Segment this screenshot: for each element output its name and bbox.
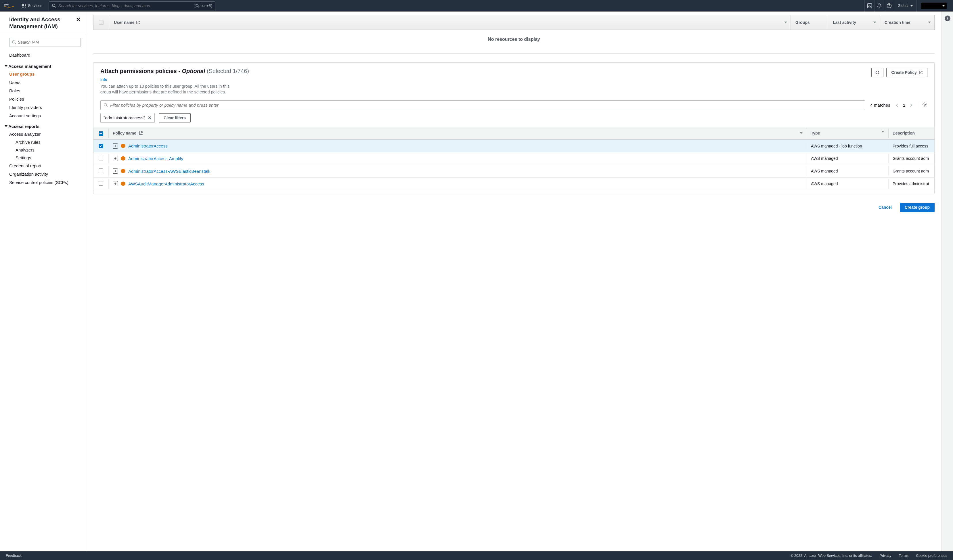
nav-account-settings[interactable]: Account settings (0, 112, 86, 120)
button-label: Create group (905, 205, 930, 209)
users-empty-state: No resources to display (93, 30, 934, 54)
policy-name-link[interactable]: AdministratorAccess-Amplify (128, 156, 183, 161)
nav-identity-providers[interactable]: Identity providers (0, 103, 86, 112)
next-page-button[interactable] (910, 103, 913, 107)
nav-credential-report[interactable]: Credential report (0, 161, 86, 170)
sort-icon (784, 22, 787, 23)
nav-section-access-management[interactable]: Access management (0, 60, 86, 70)
section-title: Attach permissions policies - Optional (… (100, 68, 249, 74)
policy-icon (121, 144, 126, 148)
nav-analyzer-settings[interactable]: Settings (0, 154, 86, 161)
col-label: Type (811, 131, 820, 135)
policy-name-link[interactable]: AWSAuditManagerAdministratorAccess (128, 181, 204, 186)
policy-row-checkbox[interactable] (93, 166, 109, 177)
chevron-down-icon (5, 65, 8, 67)
account-menu[interactable] (916, 0, 949, 11)
global-search[interactable]: [Option+S] (49, 2, 216, 10)
policy-row: +AWSAuditManagerAdministratorAccessAWS m… (93, 178, 934, 190)
privacy-link[interactable]: Privacy (880, 554, 891, 558)
sidebar-search-box[interactable] (9, 38, 81, 47)
terms-link[interactable]: Terms (899, 554, 909, 558)
cookie-preferences-link[interactable]: Cookie preferences (916, 554, 947, 558)
aws-logo[interactable]: aws (4, 3, 14, 9)
select-all-policies[interactable] (93, 127, 109, 139)
external-link-icon (136, 21, 140, 24)
account-name-redacted (921, 3, 947, 9)
nav-dashboard[interactable]: Dashboard (0, 50, 86, 60)
services-menu-button[interactable]: Services (19, 2, 45, 9)
grid-icon (22, 4, 26, 8)
button-label: Clear filters (164, 116, 186, 120)
nav-roles[interactable]: Roles (0, 87, 86, 95)
nav-organization-activity[interactable]: Organization activity (0, 170, 86, 178)
selected-count: (Selected 1/746) (207, 68, 249, 74)
policy-row: +AdministratorAccess-AmplifyAWS managedG… (93, 152, 934, 165)
cancel-button[interactable]: Cancel (874, 203, 896, 212)
policy-type-cell: AWS managed (807, 153, 888, 164)
policy-table: Policy name Type Description +Administra… (93, 127, 934, 190)
search-icon (52, 3, 56, 8)
policy-name-link[interactable]: AdministratorAccess (128, 143, 168, 148)
feedback-link[interactable]: Feedback (6, 554, 22, 558)
footer: Feedback © 2022, Amazon Web Services, In… (0, 551, 953, 560)
policy-name-cell: +AdministratorAccess-Amplify (109, 153, 807, 164)
cloudshell-button[interactable] (865, 0, 874, 11)
checkbox-indeterminate (99, 131, 103, 136)
nav-scps[interactable]: Service control policies (SCPs) (0, 178, 86, 186)
expand-button[interactable]: + (113, 143, 118, 149)
sidebar: Identity and Access Management (IAM) ✕ D… (0, 11, 86, 551)
col-groups[interactable]: Groups (790, 15, 828, 29)
policy-type-cell: AWS managed (807, 178, 888, 189)
expand-button[interactable]: + (113, 156, 118, 161)
policy-type-cell: AWS managed (807, 166, 888, 176)
chip-remove-button[interactable]: ✕ (148, 115, 152, 121)
checkbox (99, 156, 103, 160)
prev-page-button[interactable] (896, 103, 899, 107)
col-user-name[interactable]: User name (109, 15, 790, 29)
create-policy-button[interactable]: Create Policy (886, 68, 927, 77)
refresh-button[interactable] (871, 68, 883, 77)
nav-user-groups[interactable]: User groups (0, 70, 86, 78)
info-link[interactable]: Info (100, 78, 249, 82)
policy-name-link[interactable]: AdministratorAccess-AWSElasticBeanstalk (128, 169, 210, 174)
col-policy-type[interactable]: Type (807, 128, 888, 138)
col-label: Policy name (113, 131, 136, 135)
expand-button[interactable]: + (113, 181, 118, 186)
help-panel-toggle[interactable]: i (945, 16, 950, 21)
services-label: Services (28, 3, 42, 8)
col-last-activity[interactable]: Last activity (828, 15, 880, 29)
clear-filters-button[interactable]: Clear filters (159, 113, 191, 123)
attach-policies-header: Attach permissions policies - Optional (… (93, 63, 934, 95)
nav-access-analyzer[interactable]: Access analyzer (0, 130, 86, 138)
nav-analyzers[interactable]: Analyzers (0, 146, 86, 154)
nav-section-access-reports[interactable]: Access reports (0, 120, 86, 130)
policy-row-checkbox[interactable] (93, 178, 109, 189)
top-navigation: aws Services [Option+S] Global (0, 0, 953, 11)
policy-name-cell: +AWSAuditManagerAdministratorAccess (109, 178, 807, 189)
policy-filter-input[interactable] (110, 102, 862, 107)
nav-archive-rules[interactable]: Archive rules (0, 138, 86, 146)
policy-row-checkbox[interactable] (93, 141, 109, 151)
match-count: 4 matches (870, 102, 890, 107)
svg-point-1 (52, 4, 55, 6)
policy-row-checkbox[interactable] (93, 153, 109, 164)
expand-button[interactable]: + (113, 169, 118, 174)
col-policy-description[interactable]: Description (888, 128, 934, 138)
create-group-button[interactable]: Create group (900, 203, 934, 212)
notifications-button[interactable] (874, 0, 884, 11)
close-sidebar-button[interactable]: ✕ (76, 16, 81, 23)
region-selector[interactable]: Global (894, 0, 916, 11)
col-policy-name[interactable]: Policy name (109, 128, 807, 138)
global-search-input[interactable] (58, 3, 194, 8)
help-button[interactable] (884, 0, 894, 11)
nav-users[interactable]: Users (0, 78, 86, 87)
policy-filter[interactable] (100, 100, 865, 110)
table-settings-button[interactable] (918, 102, 927, 108)
nav-policies[interactable]: Policies (0, 95, 86, 103)
title-prefix: Attach permissions policies - (100, 68, 182, 74)
svg-point-6 (889, 6, 889, 7)
sidebar-header: Identity and Access Management (IAM) ✕ (0, 11, 86, 34)
col-creation-time[interactable]: Creation time (880, 15, 934, 29)
sidebar-search-input[interactable] (18, 40, 78, 45)
filter-chips: "administratoraccess" ✕ Clear filters (93, 113, 934, 127)
